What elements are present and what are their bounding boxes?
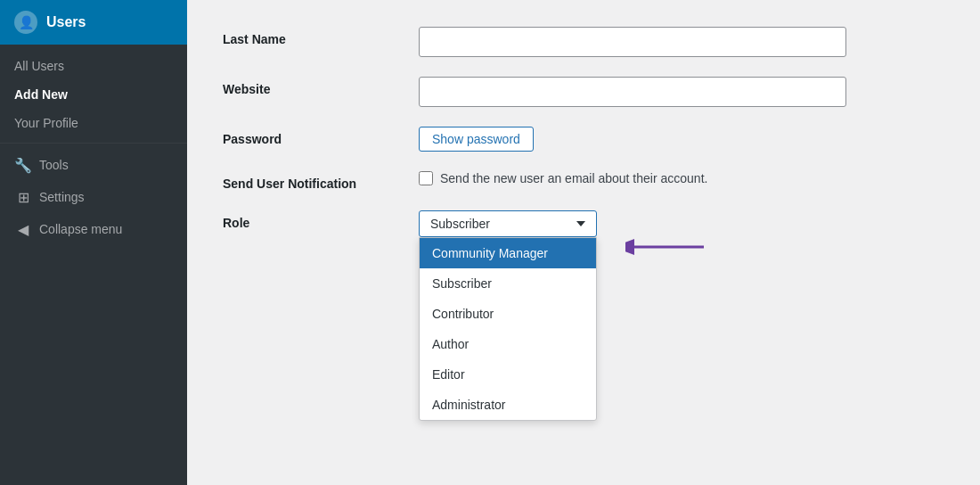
settings-icon: ⊞ bbox=[14, 188, 32, 206]
notification-checkbox-wrap: Send the new user an email about their a… bbox=[419, 171, 846, 185]
last-name-control bbox=[419, 27, 846, 57]
sidebar-item-tools[interactable]: 🔧 Tools bbox=[0, 149, 187, 181]
sidebar-item-add-new[interactable]: Add New bbox=[0, 80, 187, 109]
role-option-administrator[interactable]: Administrator bbox=[420, 390, 596, 420]
password-control: Show password bbox=[419, 127, 846, 152]
role-label: Role bbox=[223, 210, 419, 230]
your-profile-label: Your Profile bbox=[14, 116, 78, 130]
role-control: Subscriber Community Manager Subscriber … bbox=[419, 210, 846, 267]
sidebar-divider bbox=[0, 143, 187, 144]
role-row: Role Subscriber Community Manager Subscr… bbox=[223, 210, 944, 267]
notification-text: Send the new user an email about their a… bbox=[440, 171, 707, 185]
role-select-wrap: Subscriber Community Manager Subscriber … bbox=[419, 210, 597, 237]
purple-arrow bbox=[625, 234, 706, 263]
website-input[interactable] bbox=[419, 77, 846, 107]
website-control bbox=[419, 77, 846, 107]
sidebar-users-header: 👤 Users bbox=[0, 0, 187, 45]
show-password-button[interactable]: Show password bbox=[419, 127, 534, 152]
password-label: Password bbox=[223, 127, 419, 146]
notification-control: Send the new user an email about their a… bbox=[419, 171, 846, 185]
role-dropdown: Community Manager Subscriber Contributor… bbox=[419, 237, 597, 421]
role-option-subscriber[interactable]: Subscriber bbox=[420, 268, 596, 299]
password-row: Password Show password bbox=[223, 127, 944, 152]
tools-label: Tools bbox=[39, 158, 69, 172]
sidebar-item-all-users[interactable]: All Users bbox=[0, 52, 187, 80]
tools-icon: 🔧 bbox=[14, 156, 32, 174]
notification-row: Send User Notification Send the new user… bbox=[223, 171, 944, 191]
last-name-input[interactable] bbox=[419, 27, 846, 57]
notification-checkbox[interactable] bbox=[419, 171, 433, 185]
sidebar-nav: All Users Add New Your Profile 🔧 Tools ⊞… bbox=[0, 45, 187, 252]
role-option-editor[interactable]: Editor bbox=[420, 359, 596, 390]
sidebar-title: Users bbox=[46, 14, 86, 30]
main-content: Last Name Website Password Show password… bbox=[187, 0, 980, 485]
sidebar-item-settings[interactable]: ⊞ Settings bbox=[0, 181, 187, 213]
sidebar-item-your-profile[interactable]: Your Profile bbox=[0, 109, 187, 137]
sidebar-item-collapse[interactable]: ◀ Collapse menu bbox=[0, 213, 187, 245]
collapse-label: Collapse menu bbox=[39, 222, 122, 236]
role-option-community-manager[interactable]: Community Manager bbox=[420, 238, 596, 268]
role-option-contributor[interactable]: Contributor bbox=[420, 299, 596, 329]
users-icon: 👤 bbox=[14, 11, 37, 34]
notification-label: Send User Notification bbox=[223, 171, 419, 191]
website-label: Website bbox=[223, 77, 419, 96]
all-users-label: All Users bbox=[14, 59, 64, 73]
collapse-icon: ◀ bbox=[14, 220, 32, 238]
role-selected-text: Subscriber bbox=[430, 217, 490, 231]
last-name-label: Last Name bbox=[223, 27, 419, 46]
add-new-label: Add New bbox=[14, 87, 68, 102]
last-name-row: Last Name bbox=[223, 27, 944, 57]
chevron-down-icon bbox=[576, 221, 585, 226]
settings-label: Settings bbox=[39, 190, 85, 204]
role-option-author[interactable]: Author bbox=[420, 329, 596, 359]
sidebar: 👤 Users All Users Add New Your Profile 🔧… bbox=[0, 0, 187, 485]
website-row: Website bbox=[223, 77, 944, 107]
add-user-label-spacer bbox=[223, 286, 419, 292]
role-select-button[interactable]: Subscriber bbox=[419, 210, 597, 237]
